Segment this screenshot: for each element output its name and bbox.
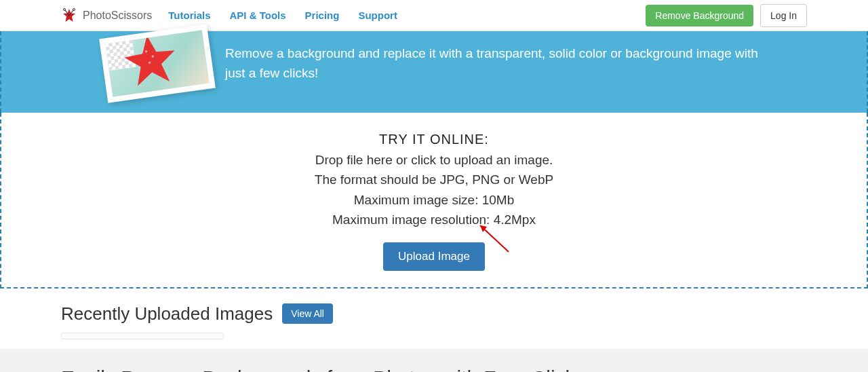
header-right: Remove Background Log In	[646, 4, 807, 27]
upload-dropzone[interactable]: TRY IT ONLINE: Drop file here or click t…	[0, 113, 868, 289]
nav-tutorials[interactable]: Tutorials	[168, 10, 210, 21]
nav-pricing[interactable]: Pricing	[305, 10, 340, 21]
try-line-size: Maximum image size: 10Mb	[15, 190, 853, 210]
thumb-placeholder	[61, 333, 224, 339]
scissors-star-icon	[61, 7, 77, 24]
try-line-resolution: Maximum image resolution: 4.2Mpx	[15, 210, 853, 229]
nav-support[interactable]: Support	[358, 10, 397, 21]
bottom-section: Easily Remove Backgrounds from Photos wi…	[0, 349, 868, 372]
header: PhotoScissors Tutorials API & Tools Pric…	[0, 0, 868, 31]
logo-text: PhotoScissors	[83, 10, 152, 22]
view-all-button[interactable]: View All	[282, 303, 333, 324]
login-button[interactable]: Log In	[760, 4, 807, 27]
remove-background-button[interactable]: Remove Background	[646, 5, 753, 26]
hero-banner: Remove a background and replace it with …	[0, 31, 868, 113]
try-line-format: The format should be JPG, PNG or WebP	[15, 170, 853, 189]
bottom-title: Easily Remove Backgrounds from Photos wi…	[61, 367, 807, 372]
hero-sample-image	[99, 24, 216, 103]
logo-area[interactable]: PhotoScissors	[61, 7, 168, 24]
svg-point-1	[73, 8, 75, 10]
recent-thumbs	[61, 333, 807, 339]
svg-point-0	[64, 8, 66, 10]
hero-text: Remove a background and replace it with …	[225, 44, 768, 83]
try-title: TRY IT ONLINE:	[15, 132, 853, 147]
recent-section: Recently Uploaded Images View All	[0, 289, 868, 349]
starfish-icon	[118, 30, 183, 92]
try-line-drop: Drop file here or click to upload an ima…	[15, 150, 853, 170]
upload-image-button[interactable]: Upload Image	[383, 242, 485, 271]
nav-api-tools[interactable]: API & Tools	[230, 10, 286, 21]
nav-links: Tutorials API & Tools Pricing Support	[168, 10, 397, 21]
recent-title: Recently Uploaded Images	[61, 303, 273, 324]
